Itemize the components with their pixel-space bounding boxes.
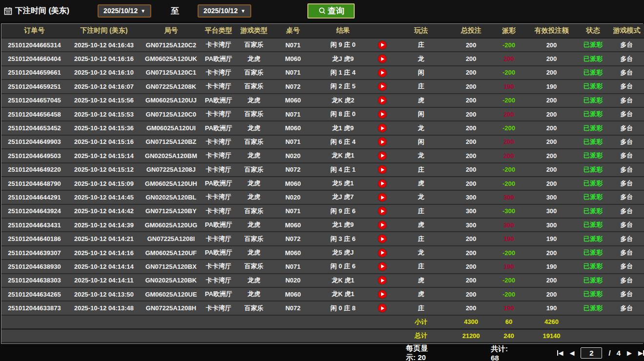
- payout: 200: [492, 52, 526, 65]
- order-number: 251012044644291: [1, 190, 67, 204]
- col-platform: 平台类型: [201, 24, 236, 38]
- platform-type: PA欧洲厅: [201, 94, 236, 107]
- table-row: 251012044644291 2025-10-12 04:14:45 GN02…: [1, 190, 644, 204]
- game-type: 龙虎: [236, 218, 272, 232]
- play-video-icon[interactable]: [378, 69, 386, 77]
- payout: -200: [492, 177, 526, 190]
- game-type: 百家乐: [236, 163, 272, 177]
- bet-time: 2025-10-12 04:15:14: [67, 149, 141, 162]
- play-video-icon[interactable]: [378, 180, 386, 188]
- next-page-button[interactable]: ▶: [627, 350, 632, 356]
- status-badge: 已派彩: [577, 190, 609, 204]
- status-badge: 已派彩: [577, 80, 609, 93]
- col-result: 结果: [314, 24, 372, 38]
- platform-type: 卡卡湾厅: [201, 301, 236, 315]
- play-video-icon[interactable]: [378, 138, 386, 146]
- platform-type: PA欧洲厅: [201, 121, 236, 135]
- last-page-button[interactable]: ▶: [638, 350, 644, 356]
- round-id: GN07125A120C0: [141, 107, 201, 121]
- table-row: 251012044633873 2025-10-12 04:13:48 GN07…: [1, 301, 644, 315]
- to-label: 至: [171, 5, 179, 17]
- platform-type: 卡卡湾厅: [201, 204, 236, 218]
- platform-type: PA欧洲厅: [201, 52, 236, 65]
- first-page-button[interactable]: ◀: [557, 350, 563, 356]
- play-video-icon[interactable]: [378, 165, 386, 174]
- date-from-select[interactable]: 2025/10/12 ▼: [98, 4, 151, 18]
- payout: -200: [492, 246, 526, 260]
- round-id: GN07225A1208J: [141, 163, 201, 177]
- game-result: 闲 4 庄 1: [314, 163, 372, 177]
- col-game-type: 游戏类型: [236, 24, 272, 38]
- valid-bet: 200: [526, 149, 577, 162]
- table-number: N071: [272, 107, 314, 121]
- chevron-down-icon: ▼: [241, 8, 245, 14]
- table-number: N020: [272, 190, 314, 204]
- game-result: 龙1 虎9: [314, 121, 372, 135]
- play-video-icon[interactable]: [378, 55, 386, 63]
- bet-time: 2025-10-12 04:16:07: [67, 80, 141, 93]
- platform-type: PA欧洲厅: [201, 287, 236, 301]
- col-total-bet: 总投注: [450, 24, 492, 38]
- bet-time: 2025-10-12 04:15:56: [67, 94, 141, 107]
- valid-bet: 190: [526, 232, 577, 245]
- play-video-icon[interactable]: [378, 207, 386, 215]
- play-video-icon[interactable]: [378, 96, 386, 104]
- game-mode: 多台: [609, 121, 644, 135]
- order-number: 251012044649503: [1, 149, 67, 162]
- total-pages: 4: [617, 349, 621, 357]
- subtotal-row: 小计 4300 60 4260: [1, 315, 644, 329]
- game-result: 闲 1 庄 4: [314, 66, 372, 80]
- calendar-icon: [4, 7, 12, 15]
- play-video-icon[interactable]: [378, 152, 386, 160]
- round-id: GN07125A120C1: [141, 66, 201, 80]
- order-number: 251012044638930: [1, 260, 67, 273]
- play-video-icon[interactable]: [378, 82, 386, 91]
- total-bet: 200: [450, 149, 492, 162]
- play-video-icon[interactable]: [378, 235, 386, 243]
- total-bet: 200: [450, 135, 492, 149]
- table-row: 251012044649503 2025-10-12 04:15:14 GN02…: [1, 149, 644, 162]
- valid-bet: 300: [526, 190, 577, 204]
- payout: 190: [492, 260, 526, 273]
- total-bet: 200: [450, 66, 492, 80]
- col-wager: 玩法: [392, 24, 450, 38]
- play-video-icon[interactable]: [378, 221, 386, 229]
- game-mode: 多台: [609, 190, 644, 204]
- play-video-icon[interactable]: [378, 193, 386, 201]
- prev-page-button[interactable]: ◀: [569, 350, 574, 356]
- table-number: N071: [272, 204, 314, 218]
- wager-type: 龙: [392, 190, 450, 204]
- status-badge: 已派彩: [577, 135, 609, 149]
- order-number: 251012044643431: [1, 218, 67, 232]
- payout: 190: [492, 80, 526, 93]
- col-table-no: 桌号: [272, 24, 314, 38]
- round-id: GN07125A120BX: [141, 260, 201, 273]
- subtotal-label: 小计: [392, 315, 450, 329]
- play-video-icon[interactable]: [378, 304, 386, 312]
- play-video-icon[interactable]: [378, 290, 386, 299]
- date-to-select[interactable]: 2025/10/12 ▼: [198, 4, 251, 18]
- play-video-icon[interactable]: [378, 41, 386, 49]
- play-video-icon[interactable]: [378, 262, 386, 271]
- play-video-icon[interactable]: [378, 124, 386, 132]
- query-button[interactable]: 查询: [307, 3, 355, 19]
- play-video-icon[interactable]: [378, 249, 386, 257]
- page-input[interactable]: [581, 347, 602, 359]
- game-type: 百家乐: [236, 301, 272, 315]
- valid-bet: 190: [526, 80, 577, 93]
- payout: 200: [492, 149, 526, 162]
- total-bet: 200: [450, 163, 492, 177]
- game-result: 闲 0 庄 8: [314, 301, 372, 315]
- table-number: N071: [272, 260, 314, 273]
- platform-type: 卡卡湾厅: [201, 149, 236, 162]
- total-bet: 21200: [450, 329, 492, 342]
- wager-type: 龙: [392, 246, 450, 260]
- valid-bet: 200: [526, 246, 577, 260]
- game-mode: 多台: [609, 80, 644, 93]
- game-type: 龙虎: [236, 52, 272, 65]
- valid-bet: 200: [526, 94, 577, 107]
- game-mode: 多台: [609, 52, 644, 65]
- play-video-icon[interactable]: [378, 110, 386, 119]
- game-mode: 多台: [609, 246, 644, 260]
- play-video-icon[interactable]: [378, 276, 386, 284]
